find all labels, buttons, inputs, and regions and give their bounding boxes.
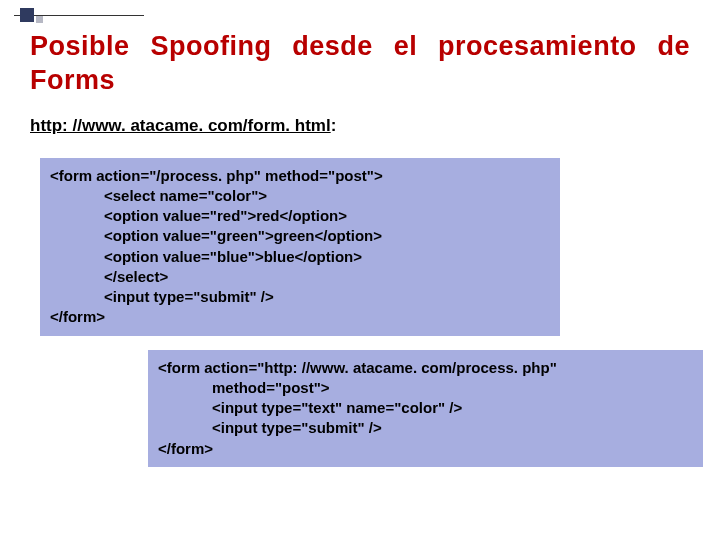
code-block-spoofed-form: <form action="http: //www. atacame. com/…	[148, 350, 703, 467]
code-block-original-form: <form action="/process. php" method="pos…	[40, 158, 560, 336]
slide-title: Posible Spoofing desde el procesamiento …	[30, 30, 690, 98]
slide-content: Posible Spoofing desde el procesamiento …	[0, 0, 720, 467]
source-url: http: //www. atacame. com/form. html:	[30, 116, 690, 136]
